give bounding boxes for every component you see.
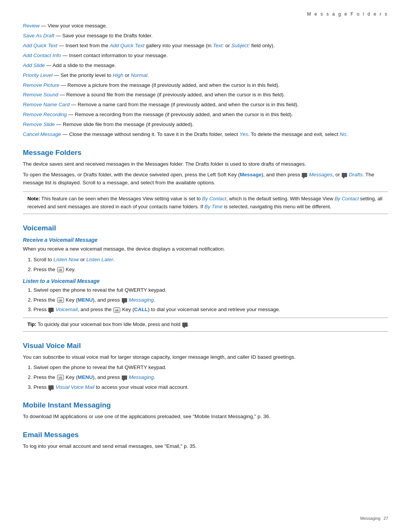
- email-body: To log into your email account and send …: [23, 442, 388, 451]
- subsection-receive-voicemail: Receive a Voicemail Message: [23, 237, 388, 243]
- note-by-contact2: By Contact: [335, 196, 359, 201]
- desc-remove-sound: Remove a sound file from the message (if…: [66, 92, 285, 97]
- footer-page: 27: [384, 516, 388, 521]
- tip-label: Tip:: [27, 321, 37, 327]
- vvm-step-3: Press Visual Voice Mail to access your v…: [33, 383, 388, 391]
- section-mobile-im: Mobile Instant Messaging To download IM …: [23, 401, 388, 421]
- section-title-email: Email Messages: [23, 431, 388, 439]
- listen-step-3: Press Voicemail, and press the ok Key (C…: [33, 305, 388, 314]
- desc-remove-name-card: Remove a name card from the message (if …: [78, 102, 299, 107]
- term-cancel-message: Cancel Message: [23, 131, 61, 137]
- entry-remove-name-card: Remove Name Card — Remove a name card fr…: [23, 101, 388, 109]
- msg-icon-1: [302, 173, 307, 177]
- term-add-quick-text: Add Quick Text: [23, 43, 57, 48]
- ok-key-icon: ok: [57, 267, 64, 272]
- term-review: Review: [23, 23, 40, 29]
- entry-priority-level: Priority Level — Set the priority level …: [23, 72, 388, 80]
- msg-icon-4: [48, 308, 54, 312]
- vvm-menu-key-icon: ok: [57, 375, 64, 380]
- msg-icon-6: [48, 385, 54, 390]
- receive-step-2: Press the ok Key.: [33, 265, 388, 274]
- listen-later-link: Listen Later: [86, 257, 113, 262]
- listen-now-link: Listen Now: [54, 257, 79, 262]
- entry-cancel-message: Cancel Message — Close the message witho…: [23, 131, 388, 139]
- desc-review: View your voice message.: [48, 23, 107, 29]
- desc-add-contact-info: Insert contact information to your messa…: [69, 53, 168, 58]
- entry-save-as-draft: Save As Draft — Save your message to the…: [23, 32, 388, 40]
- note-by-time: By Time: [204, 204, 223, 209]
- call-label: CALL: [134, 307, 148, 312]
- entry-add-slide: Add Slide — Add a slide to the message.: [23, 62, 388, 70]
- entry-remove-slide: Remove Slide — Remove slide file from th…: [23, 121, 388, 129]
- section-message-folders: Message Folders The device saves sent an…: [23, 149, 388, 214]
- link-add-quick-text: Add Quick Text: [110, 43, 144, 48]
- receive-steps-list: Scroll to Listen Now or Listen Later. Pr…: [33, 256, 388, 273]
- mf-messages-link: Messages: [309, 172, 333, 177]
- section-title-vvm: Visual Voice Mail: [23, 342, 388, 350]
- msg-icon-3: [122, 298, 127, 302]
- tip-text: To quickly dial your voicemail box from …: [37, 321, 182, 327]
- page-footer: Messaging 27: [360, 516, 388, 521]
- desc-add-slide: Add a slide to the message.: [53, 62, 116, 68]
- tip-box: Tip: To quickly dial your voicemail box …: [23, 318, 388, 332]
- mf-message-link: Message: [240, 172, 261, 177]
- term-add-slide: Add Slide: [23, 62, 45, 68]
- term-save-as-draft: Save As Draft: [23, 33, 54, 38]
- vvm-step-2: Press the ok Key (MENU), and press Messa…: [33, 373, 388, 382]
- section-email: Email Messages To log into your email ac…: [23, 431, 388, 451]
- entry-review: Review — View your voice message.: [23, 22, 388, 30]
- page-header: M e s s a g e F o l d e r s: [23, 11, 388, 17]
- vvm-step-1: Swivel open the phone to reveal the full…: [33, 363, 388, 372]
- priority-normal: Normal: [131, 72, 148, 78]
- note-by-contact: By Contact: [202, 196, 226, 201]
- subsection-listen-voicemail: Listen to a Voicemail Message: [23, 278, 388, 284]
- entry-remove-recording: Remove Recording — Remove a recording fr…: [23, 111, 388, 119]
- listen-step-2: Press the ok Key (MENU), and press Messa…: [33, 296, 388, 304]
- section-title-mobile-im: Mobile Instant Messaging: [23, 401, 388, 409]
- mf-drafts-link: Drafts: [349, 172, 363, 177]
- receive-step-1: Scroll to Listen Now or Listen Later.: [33, 256, 388, 264]
- note-label: Note:: [27, 196, 40, 201]
- term-subject: Subject:: [231, 43, 250, 48]
- listen-steps-list: Swivel open the phone to reveal the full…: [33, 286, 388, 314]
- cancel-yes: Yes: [239, 131, 248, 137]
- vvm-steps-list: Swivel open the phone to reveal the full…: [33, 363, 388, 391]
- term-priority-level: Priority Level: [23, 72, 53, 78]
- desc-save-as-draft: Save your message to the Drafts folder.: [62, 33, 153, 38]
- term-add-contact-info: Add Contact Info: [23, 53, 61, 58]
- receive-body: When you receive a new voicemail message…: [23, 245, 388, 253]
- vvm-messaging-link: Messaging: [129, 374, 154, 380]
- call-key-icon: ok: [113, 307, 120, 313]
- entry-remove-picture: Remove Picture — Remove a picture from t…: [23, 81, 388, 89]
- term-text: Text:: [213, 43, 224, 48]
- mf-body2: To open the Messages, or Drafts folder, …: [23, 171, 388, 187]
- term-remove-picture: Remove Picture: [23, 82, 59, 88]
- term-remove-name-card: Remove Name Card: [23, 102, 70, 107]
- term-remove-slide: Remove Slide: [23, 121, 55, 127]
- desc-remove-picture: Remove a picture from the message (if pr…: [67, 82, 280, 88]
- section-title-voicemail: Voicemail: [23, 224, 388, 232]
- mf-body1: The device saves sent and received messa…: [23, 160, 388, 168]
- footer-category: Messaging: [360, 516, 381, 521]
- term-remove-recording: Remove Recording: [23, 112, 67, 117]
- mobile-im-body: To download IM applications or use one o…: [23, 412, 388, 421]
- listen-step-1: Swivel open the phone to reveal the full…: [33, 286, 388, 294]
- mf-note-box: Note: This feature can be seen when the …: [23, 192, 388, 214]
- msg-icon-5: [122, 375, 127, 380]
- desc-remove-recording: Remove a recording from the message (if …: [75, 112, 293, 117]
- vvm-link: Visual Voice Mail: [56, 384, 94, 390]
- desc-remove-slide: Remove slide file from the message (if p…: [63, 121, 194, 127]
- vvm-menu-label: MENU: [78, 374, 93, 380]
- cancel-no: No: [340, 131, 346, 137]
- menu-key-icon: ok: [57, 297, 64, 303]
- priority-high: High: [113, 72, 123, 78]
- vvm-body: You can subscribe to visual voice mail f…: [23, 353, 388, 361]
- msg-icon-2: [342, 173, 347, 177]
- intro-items: Review — View your voice message. Save A…: [23, 22, 388, 139]
- entry-add-contact-info: Add Contact Info — Insert contact inform…: [23, 52, 388, 60]
- voicemail-link: Voicemail: [56, 307, 78, 312]
- menu-label: MENU: [78, 297, 93, 303]
- section-title-message-folders: Message Folders: [23, 149, 388, 157]
- section-voicemail: Voicemail Receive a Voicemail Message Wh…: [23, 224, 388, 331]
- term-remove-sound: Remove Sound: [23, 92, 58, 97]
